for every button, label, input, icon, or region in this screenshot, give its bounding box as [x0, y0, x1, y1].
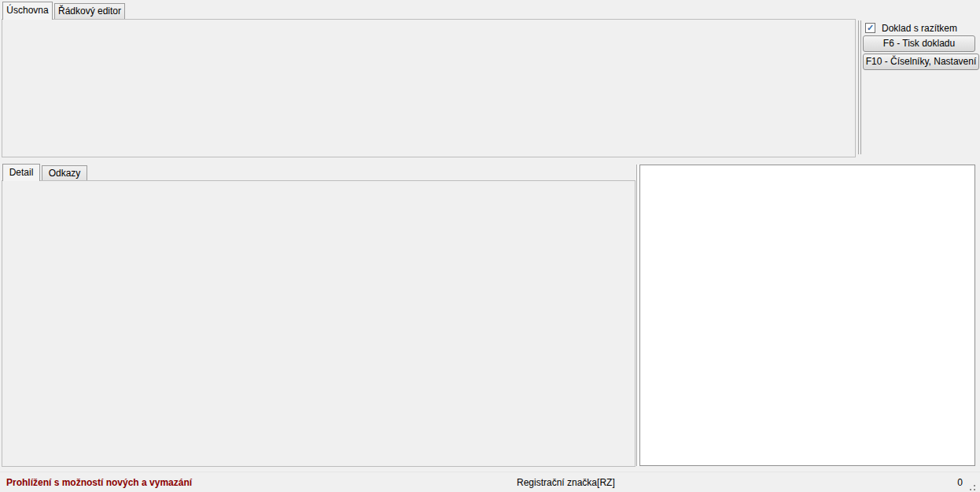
status-field-text: Registrační značka[RZ] [517, 477, 615, 488]
detail-tab-page [2, 180, 636, 467]
settings-button[interactable]: F10 - Číselníky, Nastavení [863, 54, 979, 70]
status-mode-text: Prohlížení s možností nových a vymazání [6, 477, 192, 488]
resize-grip-icon[interactable] [974, 485, 975, 486]
tab-radkovy-editor[interactable]: Řádkový editor [54, 3, 125, 19]
uschovna-tab-page [2, 19, 856, 157]
status-count: 0 [957, 477, 963, 488]
tab-odkazy[interactable]: Odkazy [42, 165, 87, 181]
print-document-button[interactable]: F6 - Tisk dokladu [863, 35, 975, 52]
stamp-checkbox-label: Doklad s razítkem [882, 23, 957, 34]
preview-panel [639, 165, 975, 466]
stamp-checkbox[interactable]: ✓ [865, 23, 875, 33]
tab-detail[interactable]: Detail [2, 164, 40, 181]
tab-uschovna[interactable]: Úschovna [2, 2, 53, 20]
check-icon: ✓ [867, 23, 874, 32]
vertical-splitter[interactable] [858, 20, 859, 154]
status-bar: Prohlížení s možností nových a vymazání … [0, 472, 980, 492]
vertical-splitter[interactable] [860, 20, 861, 154]
